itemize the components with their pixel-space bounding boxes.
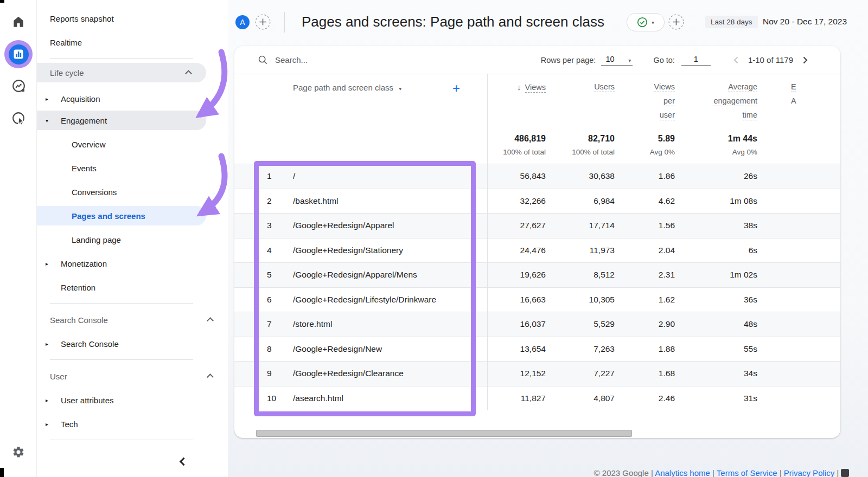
column-header-avg-engagement-time[interactable]: Averageengagementtime xyxy=(675,81,757,123)
next-page-button[interactable] xyxy=(800,55,810,65)
table-search[interactable] xyxy=(258,55,420,65)
sidebar-item-user-header[interactable]: User xyxy=(37,364,228,388)
cell-avg_engagement_time: 55s xyxy=(675,344,757,354)
report-status-pill[interactable]: ▾ xyxy=(627,13,665,31)
cell-empty xyxy=(757,344,840,354)
sidebar-divider xyxy=(50,303,193,304)
footer-link[interactable]: Terms of Service xyxy=(717,468,777,477)
row-page-path: /Google+Redesign/Stationery xyxy=(293,246,403,255)
cell-users: 8,512 xyxy=(546,270,615,280)
cell-views_per_user: 1.62 xyxy=(615,295,675,305)
date-range-value[interactable]: Nov 20 - Dec 17, 2023 xyxy=(763,17,847,27)
table-header: Page path and screen class ▾ + ↓ViewsUse… xyxy=(234,74,840,164)
sidebar-item-monetization[interactable]: ▸Monetization xyxy=(37,252,228,275)
column-header-label: time xyxy=(743,111,757,120)
cell-users: 17,714 xyxy=(546,221,615,230)
sidebar-item-landing-page[interactable]: Landing page xyxy=(37,228,228,252)
sidebar-item-realtime[interactable]: Realtime xyxy=(37,30,228,54)
check-circle-icon xyxy=(637,17,648,28)
sidebar-item-label: Life cycle xyxy=(50,68,84,78)
nav-home-button[interactable] xyxy=(0,15,37,29)
table-row: 7/store.html16,0375,5292.9048s xyxy=(234,312,840,337)
cell-users: 4,807 xyxy=(546,394,615,403)
goto-page-input[interactable]: 1 xyxy=(681,55,711,66)
expand-arrow-icon: ▸ xyxy=(46,96,54,102)
cell-empty xyxy=(757,270,840,280)
dimension-header-dropdown[interactable]: Page path and screen class xyxy=(293,83,393,92)
sidebar-item-pages-and-screens[interactable]: Pages and screens xyxy=(37,206,206,225)
chevron-down-icon: ▾ xyxy=(628,57,631,63)
nav-admin-button[interactable] xyxy=(0,446,37,459)
sidebar-item-user-attributes[interactable]: ▸User attributes xyxy=(37,388,228,412)
screenshot-corner-artifact xyxy=(0,0,4,3)
nav-reports-button[interactable] xyxy=(0,40,37,68)
cell-avg_engagement_time: 31s xyxy=(675,394,757,403)
sidebar-item-life-cycle[interactable]: Life cycle xyxy=(37,63,206,82)
rows-per-page-select[interactable]: 10 ▾ xyxy=(601,55,633,66)
sidebar-item-acquisition[interactable]: ▸Acquisition xyxy=(37,87,228,111)
sidebar-item-label: Reports snapshot xyxy=(50,14,114,23)
cell-views: 13,654 xyxy=(487,344,546,354)
row-page-path: /Google+Redesign/Lifestyle/Drinkware xyxy=(293,295,436,305)
cell-views: 27,627 xyxy=(487,221,546,230)
sidebar-item-retention[interactable]: Retention xyxy=(37,275,228,299)
cell-views_per_user: 2.46 xyxy=(615,394,675,403)
cell-views_per_user: 1.86 xyxy=(615,171,675,181)
sidebar-item-overview[interactable]: Overview xyxy=(37,132,228,156)
main-area: A Pages and screens: Page path and scree… xyxy=(228,0,868,477)
cell-empty xyxy=(757,221,840,230)
sidebar-item-label: Landing page xyxy=(72,235,121,244)
nav-advertising-button[interactable] xyxy=(0,111,37,126)
sidebar-item-conversions[interactable]: Conversions xyxy=(37,180,228,204)
search-input[interactable] xyxy=(275,55,394,65)
add-comparison-button[interactable] xyxy=(255,14,271,32)
cell-users: 30,638 xyxy=(546,171,615,181)
cell-avg_engagement_time: 1m 02s xyxy=(675,270,757,280)
cell-views_per_user: 2.04 xyxy=(615,246,675,255)
sidebar-item-label: User xyxy=(50,372,67,381)
add-dimension-button[interactable]: + xyxy=(452,83,460,94)
row-index: 2 xyxy=(267,196,293,206)
cell-views_per_user: 2.31 xyxy=(615,270,675,280)
sidebar-item-events[interactable]: Events xyxy=(37,156,228,180)
previous-page-button[interactable] xyxy=(731,55,741,65)
cell-views: 16,037 xyxy=(487,319,546,329)
column-header-views[interactable]: ↓Views xyxy=(487,81,546,123)
cell-views_per_user: 1.68 xyxy=(615,369,675,378)
sidebar-item-engagement[interactable]: ▾Engagement xyxy=(37,111,206,130)
add-report-button[interactable] xyxy=(668,14,684,32)
column-header-views-per-user[interactable]: Viewsperuser xyxy=(615,81,675,123)
sidebar-item-tech[interactable]: ▸Tech xyxy=(37,412,228,436)
sidebar-item-search-console[interactable]: ▸Search Console xyxy=(37,332,228,356)
sidebar-item-search-console-header[interactable]: Search Console xyxy=(37,308,228,332)
sidebar-item-reports-snapshot[interactable]: Reports snapshot xyxy=(37,7,228,30)
sidebar-item-label: User attributes xyxy=(61,396,114,405)
collapse-sidebar-button[interactable] xyxy=(173,453,194,469)
avatar[interactable]: A xyxy=(235,15,250,29)
sidebar-item-label: Pages and screens xyxy=(72,211,145,221)
footer-link[interactable]: Analytics home xyxy=(655,468,710,477)
settings-gear-icon xyxy=(12,446,25,459)
sidebar-item-label: Overview xyxy=(72,140,106,149)
expand-arrow-icon: ▸ xyxy=(46,261,54,267)
cell-empty xyxy=(757,394,840,403)
cell-empty xyxy=(757,171,840,181)
cell-views_per_user: 2.90 xyxy=(615,319,675,329)
chevron-down-icon[interactable]: ▾ xyxy=(399,86,401,92)
collapse-arrow-icon: ▾ xyxy=(46,118,54,124)
table-row: 8/Google+Redesign/New13,6547,2631.8855s xyxy=(234,337,840,362)
column-header-label: user xyxy=(660,111,675,120)
column-header-users[interactable]: Users xyxy=(546,81,615,123)
horizontal-scrollbar-thumb[interactable] xyxy=(256,430,632,437)
column-header-event-count-clipped[interactable]: EA xyxy=(757,81,840,123)
cell-avg_engagement_time: 34s xyxy=(675,369,757,378)
column-header-label: engagement xyxy=(713,96,757,106)
nav-explore-button[interactable] xyxy=(0,79,37,93)
report-sidebar: Reports snapshotRealtimeLife cycle▸Acqui… xyxy=(37,0,228,477)
column-header-label: Views xyxy=(654,82,675,92)
footer-link[interactable]: Privacy Policy xyxy=(784,468,834,477)
date-range-label[interactable]: Last 28 days xyxy=(705,16,758,28)
column-header-label: E xyxy=(791,82,796,92)
row-page-path: /Google+Redesign/Clearance xyxy=(293,369,404,378)
row-index: 7 xyxy=(267,319,293,329)
